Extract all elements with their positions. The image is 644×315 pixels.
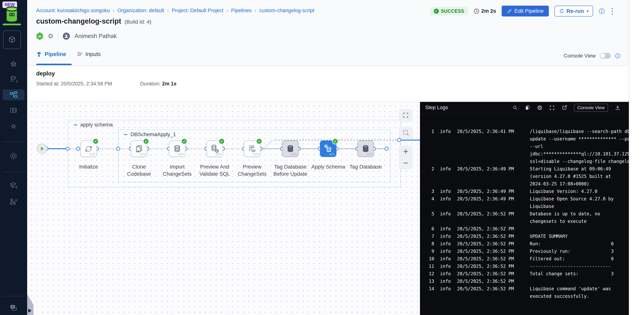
sidebar-item-executions[interactable] <box>9 106 18 114</box>
list-code-icon <box>248 144 257 153</box>
help-chat-icon: ? <box>9 304 18 312</box>
tab-pipeline[interactable]: Pipeline <box>36 51 66 57</box>
breadcrumb-project[interactable]: Project: Default Project <box>172 8 224 14</box>
page-title: custom-changelog-script <box>36 17 121 25</box>
nav-divider <box>2 296 24 296</box>
pipeline-graph-canvas[interactable]: − apply schema − DBSchemaApply_1 <box>27 102 420 315</box>
canvas-select-button[interactable] <box>399 126 412 138</box>
pipeline-node-preview-changesets[interactable]: ✓</> <box>244 140 260 157</box>
breadcrumb-pipeline-name[interactable]: custom-changelog-script <box>259 8 314 14</box>
log-row: 14info20/5/2025, 2:36:52 PMLiquibase com… <box>424 285 629 300</box>
pipeline-execution-page: NEW ∞ ⚙ <box>0 0 644 315</box>
step-success-badge: ✓ <box>181 138 187 144</box>
svg-text:⚙: ⚙ <box>16 80 18 83</box>
sync-icon <box>84 144 93 153</box>
db-solid-icon <box>361 144 370 153</box>
title-row: custom-changelog-script (Build Id: 4) <box>36 17 151 25</box>
canvas-fullscreen-button[interactable] <box>399 109 412 121</box>
sidebar-item-settings-2[interactable] <box>9 152 18 160</box>
database-gear-icon: ⚙ <box>9 75 18 83</box>
status-badge: ✓ SUCCESS <box>430 7 468 15</box>
pipeline-meta-row: ∞ ⚙ Animesh Pathak <box>36 32 117 41</box>
log-download-icon[interactable] <box>615 105 620 110</box>
sidebar-item-layers[interactable]: ⚙ <box>9 181 18 189</box>
breadcrumb-pipelines[interactable]: Pipelines <box>231 8 252 14</box>
pipeline-node-initialize[interactable]: ✓</> <box>80 140 97 157</box>
page-scroll-gutter[interactable] <box>629 0 644 315</box>
log-row: 8info20/5/2025, 2:36:52 PMRun: 0 <box>424 240 629 248</box>
active-tab-underline <box>36 64 72 65</box>
chevron-right-icon: › <box>254 8 256 14</box>
sidebar-item-pipelines-active[interactable] <box>2 89 24 100</box>
pipeline-node-import-changesets[interactable]: ✓</> <box>169 140 186 157</box>
chevron-down-icon: ▾ <box>587 9 588 13</box>
log-row: 2info20/5/2025, 2:36:49 PMStarting Liqui… <box>424 165 629 188</box>
log-row: 5info20/5/2025, 2:36:52 PMDatabase is up… <box>424 210 629 225</box>
inputs-tab-icon <box>77 51 82 57</box>
pipeline-node-preview-and-validate-sql[interactable]: ✓</> <box>206 140 223 157</box>
pipeline-connectors <box>27 102 420 315</box>
console-view-toggle[interactable] <box>600 53 611 58</box>
log-copy-icon[interactable] <box>525 105 530 110</box>
gear-icon <box>9 122 18 130</box>
log-search-icon[interactable] <box>512 105 518 110</box>
node-label: Apply Schema <box>310 163 346 170</box>
rerun-button[interactable]: Re-run ▾ <box>554 6 593 16</box>
sidebar-item-database[interactable]: ⚙ <box>9 75 18 83</box>
db-icon <box>173 144 182 153</box>
started-at: Started at: 20/5/2025, 2:34:58 PM <box>36 81 112 87</box>
breadcrumb-account[interactable]: Account: kurosakiichigo.songoku <box>36 8 110 14</box>
info-icon[interactable] <box>599 8 605 14</box>
sidebar-item-settings-1[interactable] <box>9 122 18 130</box>
pencil-icon <box>507 8 512 14</box>
executions-play-icon <box>9 106 18 114</box>
step-success-badge: ✓ <box>332 138 338 144</box>
more-options-menu[interactable] <box>610 7 614 16</box>
edit-pipeline-button[interactable]: Edit Pipeline <box>502 6 549 16</box>
divider <box>58 32 58 40</box>
sidebar-item-hierarchy[interactable]: ⚙ <box>9 198 18 206</box>
stage-start-node[interactable] <box>37 144 47 154</box>
stage-summary-bar: deploy Started at: 20/5/2025, 2:34:58 PM… <box>27 66 644 102</box>
refresh-icon <box>559 8 564 14</box>
log-lines[interactable]: 1info20/5/2025, 2:36:41 PM/liquibase/liq… <box>420 114 629 300</box>
stage-meta: Started at: 20/5/2025, 2:34:58 PM Durati… <box>36 81 176 87</box>
log-open-external-icon[interactable] <box>562 105 567 110</box>
code-glyph-icon: </> <box>89 152 95 156</box>
tab-inputs[interactable]: Inputs <box>77 51 101 57</box>
chevron-right-icon: › <box>167 8 169 14</box>
module-selector[interactable] <box>3 30 21 49</box>
code-glyph-icon: </> <box>366 152 372 156</box>
code-glyph-icon: </> <box>291 152 297 156</box>
harness-dbops-logo[interactable]: ∞ <box>5 6 18 22</box>
tab-bar: Pipeline Inputs <box>36 51 101 57</box>
code-glyph-icon: </> <box>178 152 184 156</box>
log-fullscreen-icon[interactable] <box>549 105 555 110</box>
breadcrumb-organization[interactable]: Organization: default <box>118 8 164 14</box>
play-icon <box>28 309 32 313</box>
node-label: PreviewChangeSets <box>234 163 270 178</box>
pipeline-node-clone-codebase[interactable]: ✓</> <box>131 140 147 157</box>
log-console-view-button[interactable]: Console View <box>574 104 608 112</box>
node-label: ImportChangeSets <box>160 163 195 178</box>
console-view-toggle-row: Console View <box>564 53 620 59</box>
svg-text:∞: ∞ <box>8 9 15 19</box>
gear-icon[interactable]: ⚙ <box>48 32 54 40</box>
pipeline-node-apply-schema[interactable]: ✓</> <box>320 140 336 157</box>
clock-icon <box>474 8 479 14</box>
log-row: 13info20/5/2025, 2:36:52 PM <box>424 278 629 285</box>
step-success-badge: ✓ <box>218 138 225 144</box>
log-row: 11info20/5/2025, 2:36:52 PM-------------… <box>424 262 629 270</box>
pipeline-node-tag-database[interactable]: </> <box>358 140 374 157</box>
zoom-out-button[interactable]: − <box>399 157 412 169</box>
pipeline-tab-icon <box>36 51 42 57</box>
canvas-zoom-controls: + − <box>399 146 412 169</box>
layers-gear-icon: ⚙ <box>9 181 18 189</box>
log-settings-icon[interactable]: ⚙ <box>537 104 542 111</box>
info-icon[interactable] <box>615 53 620 59</box>
sidebar-item-home[interactable] <box>9 60 18 68</box>
sidebar-item-help[interactable]: ? <box>9 304 18 312</box>
step-success-badge: ✓ <box>256 138 262 144</box>
pipeline-node-tag-database-before-update[interactable]: </> <box>282 140 298 157</box>
zoom-in-button[interactable]: + <box>399 146 412 157</box>
